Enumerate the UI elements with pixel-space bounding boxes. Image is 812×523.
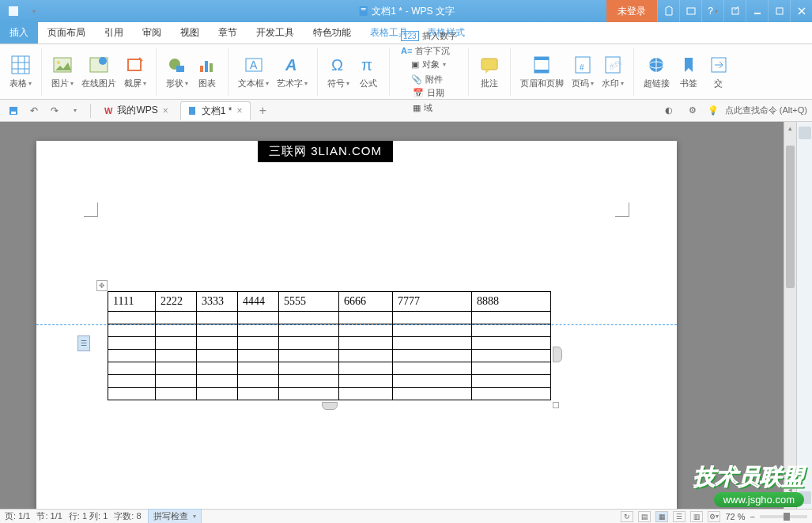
- maximize-button[interactable]: [768, 0, 790, 22]
- menu-sections[interactable]: 章节: [209, 22, 247, 44]
- table-cell[interactable]: [108, 362, 156, 375]
- table-cell[interactable]: [156, 312, 197, 324]
- title-dropdown-icon[interactable]: ▾: [25, 3, 43, 19]
- table-row[interactable]: [108, 324, 551, 337]
- ribbon-watermark[interactable]: 水印 水印▾: [599, 54, 627, 89]
- ribbon-bookmark[interactable]: 书签: [674, 54, 703, 89]
- table-cell[interactable]: [197, 324, 238, 337]
- menu-developer[interactable]: 开发工具: [247, 22, 304, 44]
- table-cell[interactable]: [108, 350, 156, 362]
- table-cell[interactable]: [279, 324, 339, 337]
- ribbon-shapes[interactable]: 形状▾: [163, 54, 191, 89]
- ribbon-screenshot[interactable]: 截屏▾: [121, 54, 149, 89]
- restore-window-icon[interactable]: [723, 0, 746, 22]
- table-cell[interactable]: 2222: [156, 292, 197, 312]
- feedback-icon[interactable]: [679, 0, 701, 22]
- ribbon-textbox[interactable]: A 文本框▾: [235, 54, 272, 89]
- table-row[interactable]: [108, 375, 551, 388]
- new-tab-button[interactable]: +: [254, 103, 271, 119]
- table-cell[interactable]: 7777: [393, 292, 472, 312]
- table-cell[interactable]: [156, 362, 197, 375]
- table-move-handle[interactable]: ✥: [96, 280, 108, 291]
- table-cell[interactable]: [156, 350, 197, 362]
- table-cell[interactable]: [108, 337, 156, 350]
- side-panel-item[interactable]: [799, 491, 811, 504]
- table-cell[interactable]: [238, 350, 279, 362]
- settings-icon[interactable]: ⚙: [684, 103, 701, 119]
- view-outline[interactable]: ☰: [673, 511, 685, 522]
- table-cell[interactable]: [279, 362, 339, 375]
- table-cell[interactable]: 3333: [197, 292, 238, 312]
- ribbon-attachment[interactable]: 📎附件: [410, 73, 448, 86]
- table-cell[interactable]: [339, 324, 393, 337]
- table-cell[interactable]: [472, 362, 551, 375]
- table-cell[interactable]: [238, 375, 279, 388]
- table-cell[interactable]: [393, 388, 472, 400]
- table-cell[interactable]: [472, 350, 551, 362]
- status-page[interactable]: 页: 1/1: [5, 510, 30, 522]
- table-cell[interactable]: [238, 388, 279, 400]
- table-cell[interactable]: [393, 312, 472, 324]
- ribbon-cross-ref[interactable]: 交: [704, 54, 733, 89]
- table-cell[interactable]: 8888: [472, 292, 551, 312]
- ribbon-field[interactable]: ▦域: [411, 101, 446, 115]
- zoom-slider-thumb[interactable]: [784, 513, 790, 521]
- ribbon-hyperlink[interactable]: 超链接: [640, 54, 673, 89]
- ribbon-symbol[interactable]: Ω 符号▾: [324, 54, 353, 89]
- table-cell[interactable]: [197, 388, 238, 400]
- ribbon-equation[interactable]: π 公式: [354, 54, 383, 89]
- view-read-mode[interactable]: ▦: [655, 511, 668, 522]
- table-cell[interactable]: [279, 337, 339, 350]
- table-row[interactable]: [108, 350, 551, 362]
- table-cell[interactable]: [339, 337, 393, 350]
- table-cell[interactable]: [393, 324, 472, 337]
- menu-review[interactable]: 审阅: [133, 22, 171, 44]
- view-settings[interactable]: ⚙▾: [708, 511, 720, 522]
- search-command-hint[interactable]: 点此查找命令 (Alt+Q): [725, 104, 807, 116]
- ribbon-chart[interactable]: 图表: [193, 54, 221, 89]
- zoom-level[interactable]: 72 %: [725, 512, 745, 521]
- table-add-col-handle[interactable]: [322, 402, 338, 410]
- menu-insert[interactable]: 插入: [0, 22, 38, 44]
- qat-undo-icon[interactable]: ↶: [25, 103, 43, 119]
- scroll-thumb[interactable]: [786, 146, 795, 288]
- table-cell[interactable]: 4444: [238, 292, 279, 312]
- side-panel-toggle[interactable]: [799, 127, 811, 139]
- table-add-row-handle[interactable]: [553, 347, 562, 362]
- scroll-up-button[interactable]: ▴: [784, 122, 796, 135]
- table-cell[interactable]: [156, 388, 197, 400]
- prev-page-button[interactable]: ◂: [784, 483, 796, 496]
- table-cell[interactable]: [393, 337, 472, 350]
- table-cell[interactable]: 5555: [279, 292, 339, 312]
- ribbon-comment[interactable]: 批注: [475, 54, 504, 89]
- next-page-button[interactable]: ▸: [784, 496, 796, 509]
- ribbon-page-number[interactable]: # 页码▾: [568, 54, 597, 89]
- table-resize-handle[interactable]: [553, 402, 559, 408]
- qat-redo-icon[interactable]: ↷: [46, 103, 63, 119]
- status-refresh-icon[interactable]: ↻: [621, 511, 633, 522]
- zoom-slider[interactable]: [760, 515, 807, 518]
- ribbon-insert-number[interactable]: 123插入数字: [399, 29, 459, 43]
- table-row[interactable]: [108, 388, 551, 400]
- table-cell[interactable]: [108, 388, 156, 400]
- table-cell[interactable]: 1111: [108, 292, 156, 312]
- table-cell[interactable]: [156, 375, 197, 388]
- menu-references[interactable]: 引用: [95, 22, 133, 44]
- table-row[interactable]: [108, 337, 551, 350]
- ribbon-online-picture[interactable]: 在线图片: [78, 54, 119, 89]
- tab-document-1[interactable]: 文档1 * ×: [180, 101, 251, 120]
- table-cell[interactable]: [472, 312, 551, 324]
- menu-view[interactable]: 视图: [171, 22, 209, 44]
- close-button[interactable]: [790, 0, 812, 22]
- zoom-out-button[interactable]: −: [750, 512, 755, 521]
- status-cursor[interactable]: 行: 1 列: 1: [69, 510, 108, 522]
- login-button[interactable]: 未登录: [606, 0, 657, 22]
- ribbon-table[interactable]: 表格▾: [6, 54, 35, 89]
- vertical-scrollbar[interactable]: ▴ ▾ ◂ ▸: [784, 122, 796, 509]
- ribbon-header-footer[interactable]: 页眉和页脚: [517, 54, 567, 89]
- table-cell[interactable]: [197, 375, 238, 388]
- table-cell[interactable]: [472, 324, 551, 337]
- table-row[interactable]: 11112222333344445555666677778888: [108, 292, 551, 312]
- minimize-button[interactable]: [746, 0, 768, 22]
- tab-close-icon[interactable]: ×: [163, 105, 168, 116]
